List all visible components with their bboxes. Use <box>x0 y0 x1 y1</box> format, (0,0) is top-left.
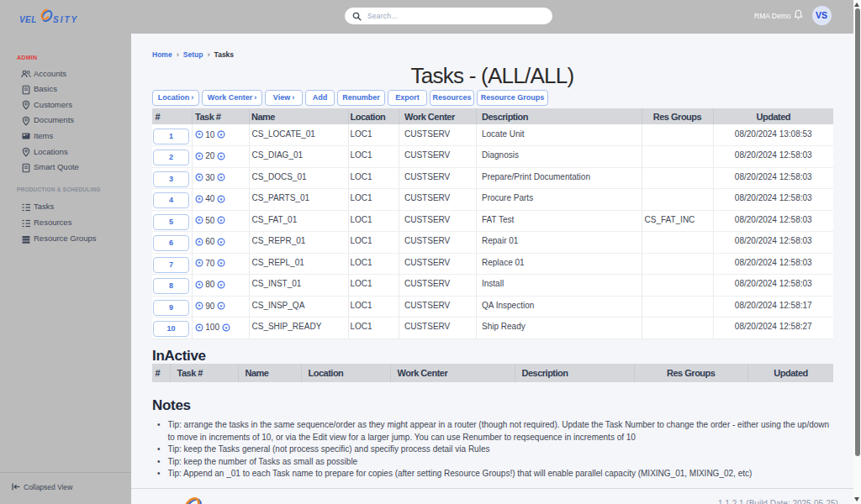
svg-text:VEL: VEL <box>19 15 37 24</box>
svg-text:SITY: SITY <box>53 15 78 24</box>
